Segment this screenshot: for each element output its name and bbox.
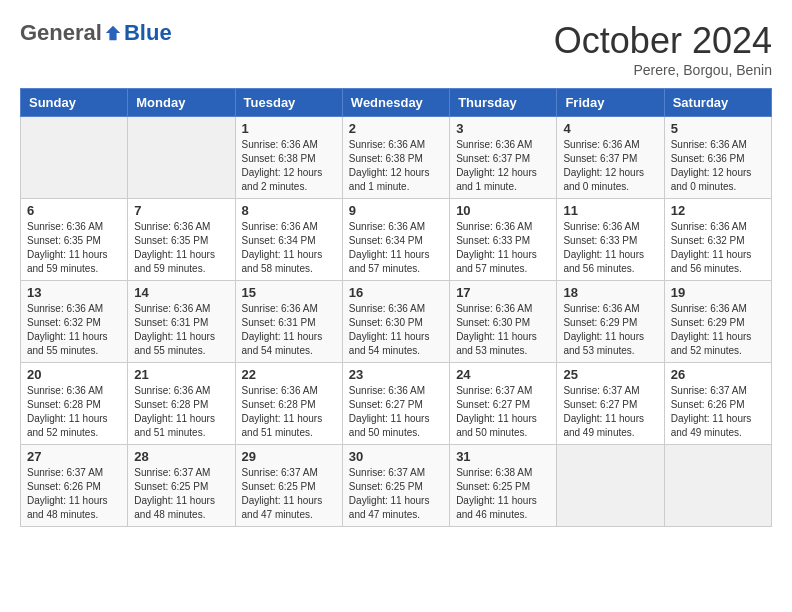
- day-detail: Sunrise: 6:36 AM Sunset: 6:34 PM Dayligh…: [349, 220, 443, 276]
- col-header-sunday: Sunday: [21, 89, 128, 117]
- day-detail: Sunrise: 6:36 AM Sunset: 6:29 PM Dayligh…: [671, 302, 765, 358]
- week-row-3: 13Sunrise: 6:36 AM Sunset: 6:32 PM Dayli…: [21, 281, 772, 363]
- day-number: 21: [134, 367, 228, 382]
- day-cell: [557, 445, 664, 527]
- day-detail: Sunrise: 6:37 AM Sunset: 6:27 PM Dayligh…: [563, 384, 657, 440]
- day-number: 1: [242, 121, 336, 136]
- day-cell: 17Sunrise: 6:36 AM Sunset: 6:30 PM Dayli…: [450, 281, 557, 363]
- day-number: 16: [349, 285, 443, 300]
- day-detail: Sunrise: 6:36 AM Sunset: 6:30 PM Dayligh…: [456, 302, 550, 358]
- day-number: 20: [27, 367, 121, 382]
- day-detail: Sunrise: 6:37 AM Sunset: 6:25 PM Dayligh…: [349, 466, 443, 522]
- day-detail: Sunrise: 6:36 AM Sunset: 6:28 PM Dayligh…: [242, 384, 336, 440]
- day-cell: 26Sunrise: 6:37 AM Sunset: 6:26 PM Dayli…: [664, 363, 771, 445]
- day-cell: 9Sunrise: 6:36 AM Sunset: 6:34 PM Daylig…: [342, 199, 449, 281]
- day-number: 30: [349, 449, 443, 464]
- day-number: 3: [456, 121, 550, 136]
- day-detail: Sunrise: 6:36 AM Sunset: 6:35 PM Dayligh…: [27, 220, 121, 276]
- logo: General Blue: [20, 20, 172, 46]
- day-detail: Sunrise: 6:36 AM Sunset: 6:37 PM Dayligh…: [456, 138, 550, 194]
- day-cell: 13Sunrise: 6:36 AM Sunset: 6:32 PM Dayli…: [21, 281, 128, 363]
- day-cell: 4Sunrise: 6:36 AM Sunset: 6:37 PM Daylig…: [557, 117, 664, 199]
- day-cell: 22Sunrise: 6:36 AM Sunset: 6:28 PM Dayli…: [235, 363, 342, 445]
- day-cell: 8Sunrise: 6:36 AM Sunset: 6:34 PM Daylig…: [235, 199, 342, 281]
- day-detail: Sunrise: 6:38 AM Sunset: 6:25 PM Dayligh…: [456, 466, 550, 522]
- day-cell: 16Sunrise: 6:36 AM Sunset: 6:30 PM Dayli…: [342, 281, 449, 363]
- col-header-tuesday: Tuesday: [235, 89, 342, 117]
- day-number: 14: [134, 285, 228, 300]
- day-detail: Sunrise: 6:37 AM Sunset: 6:25 PM Dayligh…: [242, 466, 336, 522]
- col-header-wednesday: Wednesday: [342, 89, 449, 117]
- col-header-saturday: Saturday: [664, 89, 771, 117]
- day-detail: Sunrise: 6:36 AM Sunset: 6:31 PM Dayligh…: [134, 302, 228, 358]
- day-cell: [664, 445, 771, 527]
- day-cell: 15Sunrise: 6:36 AM Sunset: 6:31 PM Dayli…: [235, 281, 342, 363]
- day-cell: 11Sunrise: 6:36 AM Sunset: 6:33 PM Dayli…: [557, 199, 664, 281]
- col-header-thursday: Thursday: [450, 89, 557, 117]
- day-detail: Sunrise: 6:36 AM Sunset: 6:28 PM Dayligh…: [27, 384, 121, 440]
- day-cell: [128, 117, 235, 199]
- day-cell: [21, 117, 128, 199]
- day-number: 24: [456, 367, 550, 382]
- day-cell: 2Sunrise: 6:36 AM Sunset: 6:38 PM Daylig…: [342, 117, 449, 199]
- day-number: 28: [134, 449, 228, 464]
- day-detail: Sunrise: 6:36 AM Sunset: 6:33 PM Dayligh…: [456, 220, 550, 276]
- day-number: 4: [563, 121, 657, 136]
- day-detail: Sunrise: 6:37 AM Sunset: 6:26 PM Dayligh…: [671, 384, 765, 440]
- week-row-5: 27Sunrise: 6:37 AM Sunset: 6:26 PM Dayli…: [21, 445, 772, 527]
- day-detail: Sunrise: 6:36 AM Sunset: 6:36 PM Dayligh…: [671, 138, 765, 194]
- week-row-2: 6Sunrise: 6:36 AM Sunset: 6:35 PM Daylig…: [21, 199, 772, 281]
- day-cell: 25Sunrise: 6:37 AM Sunset: 6:27 PM Dayli…: [557, 363, 664, 445]
- title-block: October 2024 Perere, Borgou, Benin: [554, 20, 772, 78]
- day-number: 12: [671, 203, 765, 218]
- day-number: 7: [134, 203, 228, 218]
- day-cell: 28Sunrise: 6:37 AM Sunset: 6:25 PM Dayli…: [128, 445, 235, 527]
- day-number: 5: [671, 121, 765, 136]
- day-detail: Sunrise: 6:36 AM Sunset: 6:32 PM Dayligh…: [27, 302, 121, 358]
- col-header-monday: Monday: [128, 89, 235, 117]
- day-number: 2: [349, 121, 443, 136]
- day-cell: 5Sunrise: 6:36 AM Sunset: 6:36 PM Daylig…: [664, 117, 771, 199]
- day-cell: 29Sunrise: 6:37 AM Sunset: 6:25 PM Dayli…: [235, 445, 342, 527]
- logo-blue: Blue: [124, 20, 172, 46]
- day-detail: Sunrise: 6:36 AM Sunset: 6:34 PM Dayligh…: [242, 220, 336, 276]
- day-detail: Sunrise: 6:36 AM Sunset: 6:31 PM Dayligh…: [242, 302, 336, 358]
- page-header: General Blue October 2024 Perere, Borgou…: [20, 20, 772, 78]
- day-number: 19: [671, 285, 765, 300]
- col-header-friday: Friday: [557, 89, 664, 117]
- day-number: 9: [349, 203, 443, 218]
- day-number: 25: [563, 367, 657, 382]
- day-cell: 3Sunrise: 6:36 AM Sunset: 6:37 PM Daylig…: [450, 117, 557, 199]
- day-detail: Sunrise: 6:36 AM Sunset: 6:33 PM Dayligh…: [563, 220, 657, 276]
- day-cell: 19Sunrise: 6:36 AM Sunset: 6:29 PM Dayli…: [664, 281, 771, 363]
- day-number: 17: [456, 285, 550, 300]
- day-cell: 7Sunrise: 6:36 AM Sunset: 6:35 PM Daylig…: [128, 199, 235, 281]
- logo-icon: [104, 24, 122, 42]
- day-number: 15: [242, 285, 336, 300]
- day-number: 11: [563, 203, 657, 218]
- day-cell: 21Sunrise: 6:36 AM Sunset: 6:28 PM Dayli…: [128, 363, 235, 445]
- day-detail: Sunrise: 6:36 AM Sunset: 6:35 PM Dayligh…: [134, 220, 228, 276]
- day-detail: Sunrise: 6:37 AM Sunset: 6:25 PM Dayligh…: [134, 466, 228, 522]
- day-detail: Sunrise: 6:36 AM Sunset: 6:27 PM Dayligh…: [349, 384, 443, 440]
- day-detail: Sunrise: 6:36 AM Sunset: 6:38 PM Dayligh…: [349, 138, 443, 194]
- logo-general: General: [20, 20, 102, 46]
- calendar-table: SundayMondayTuesdayWednesdayThursdayFrid…: [20, 88, 772, 527]
- day-number: 10: [456, 203, 550, 218]
- day-number: 31: [456, 449, 550, 464]
- day-detail: Sunrise: 6:36 AM Sunset: 6:37 PM Dayligh…: [563, 138, 657, 194]
- svg-marker-0: [106, 26, 120, 40]
- day-number: 22: [242, 367, 336, 382]
- week-row-1: 1Sunrise: 6:36 AM Sunset: 6:38 PM Daylig…: [21, 117, 772, 199]
- day-cell: 27Sunrise: 6:37 AM Sunset: 6:26 PM Dayli…: [21, 445, 128, 527]
- day-cell: 30Sunrise: 6:37 AM Sunset: 6:25 PM Dayli…: [342, 445, 449, 527]
- day-cell: 1Sunrise: 6:36 AM Sunset: 6:38 PM Daylig…: [235, 117, 342, 199]
- location-subtitle: Perere, Borgou, Benin: [554, 62, 772, 78]
- day-cell: 18Sunrise: 6:36 AM Sunset: 6:29 PM Dayli…: [557, 281, 664, 363]
- day-number: 8: [242, 203, 336, 218]
- day-cell: 12Sunrise: 6:36 AM Sunset: 6:32 PM Dayli…: [664, 199, 771, 281]
- day-cell: 23Sunrise: 6:36 AM Sunset: 6:27 PM Dayli…: [342, 363, 449, 445]
- day-cell: 6Sunrise: 6:36 AM Sunset: 6:35 PM Daylig…: [21, 199, 128, 281]
- day-number: 6: [27, 203, 121, 218]
- day-cell: 10Sunrise: 6:36 AM Sunset: 6:33 PM Dayli…: [450, 199, 557, 281]
